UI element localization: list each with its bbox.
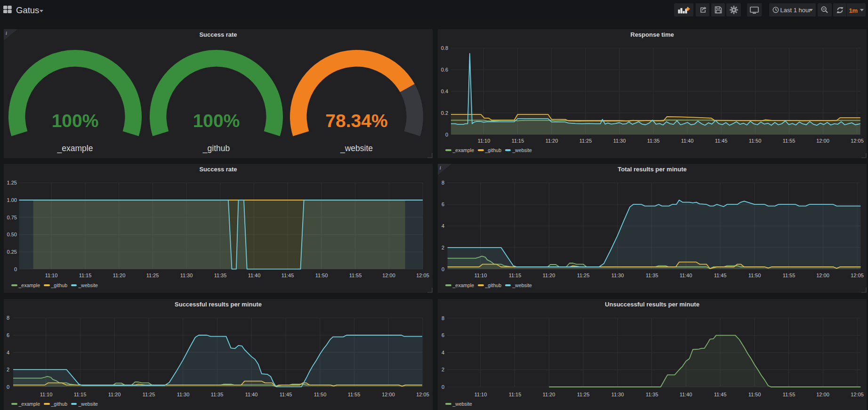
svg-text:100%: 100%: [193, 111, 240, 131]
svg-text:_github: _github: [202, 144, 230, 153]
svg-text:i: i: [6, 31, 7, 36]
svg-text:78.34%: 78.34%: [325, 111, 387, 131]
svg-text:100%: 100%: [52, 111, 99, 131]
svg-text:_example: _example: [57, 144, 93, 153]
svg-text:i: i: [440, 165, 441, 170]
svg-text:_website: _website: [340, 144, 373, 153]
